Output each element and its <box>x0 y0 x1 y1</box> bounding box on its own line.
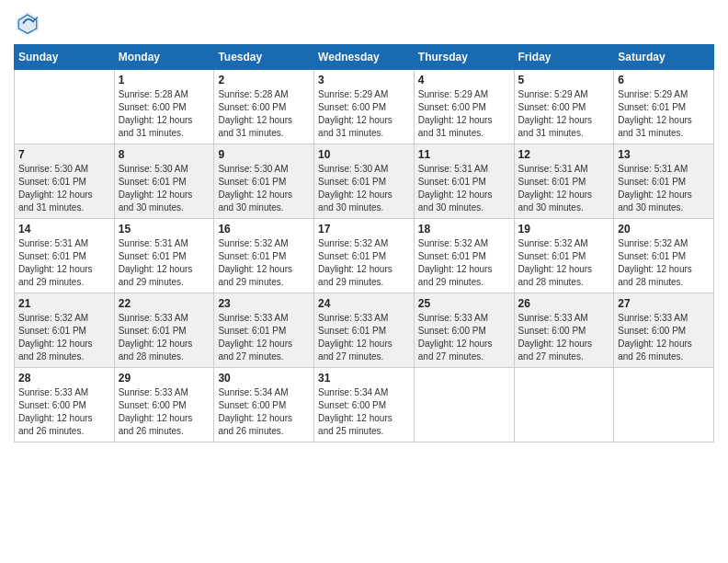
calendar-cell: 8Sunrise: 5:30 AM Sunset: 6:01 PM Daylig… <box>114 144 214 219</box>
calendar-cell: 18Sunrise: 5:32 AM Sunset: 6:01 PM Dayli… <box>414 219 514 293</box>
day-number: 7 <box>18 148 110 161</box>
calendar-cell: 27Sunrise: 5:33 AM Sunset: 6:00 PM Dayli… <box>614 293 714 368</box>
day-info: Sunrise: 5:33 AM Sunset: 6:00 PM Dayligh… <box>119 386 210 438</box>
calendar-cell: 11Sunrise: 5:31 AM Sunset: 6:01 PM Dayli… <box>414 144 514 219</box>
day-number: 4 <box>418 74 510 86</box>
day-number: 21 <box>18 297 110 310</box>
calendar-cell: 28Sunrise: 5:33 AM Sunset: 6:00 PM Dayli… <box>15 368 115 442</box>
day-number: 29 <box>119 372 210 385</box>
day-info: Sunrise: 5:29 AM Sunset: 6:01 PM Dayligh… <box>618 88 710 140</box>
day-number: 30 <box>218 372 310 385</box>
day-number: 8 <box>119 148 210 161</box>
day-number: 13 <box>618 148 710 161</box>
day-number: 27 <box>618 297 710 310</box>
day-info: Sunrise: 5:29 AM Sunset: 6:00 PM Dayligh… <box>418 88 510 140</box>
day-number: 28 <box>18 372 110 385</box>
day-info: Sunrise: 5:29 AM Sunset: 6:00 PM Dayligh… <box>318 88 410 140</box>
weekday-header-friday: Friday <box>514 45 614 70</box>
day-number: 25 <box>418 297 510 310</box>
calendar-cell: 16Sunrise: 5:32 AM Sunset: 6:01 PM Dayli… <box>214 219 314 293</box>
day-info: Sunrise: 5:31 AM Sunset: 6:01 PM Dayligh… <box>618 163 710 214</box>
calendar-table: SundayMondayTuesdayWednesdayThursdayFrid… <box>14 44 714 442</box>
calendar-cell: 23Sunrise: 5:33 AM Sunset: 6:01 PM Dayli… <box>214 293 314 368</box>
day-number: 15 <box>119 223 210 236</box>
day-info: Sunrise: 5:34 AM Sunset: 6:00 PM Dayligh… <box>218 386 310 438</box>
day-info: Sunrise: 5:32 AM Sunset: 6:01 PM Dayligh… <box>218 237 310 289</box>
day-info: Sunrise: 5:33 AM Sunset: 6:00 PM Dayligh… <box>418 312 510 363</box>
calendar-cell: 7Sunrise: 5:30 AM Sunset: 6:01 PM Daylig… <box>15 144 115 219</box>
calendar-cell <box>614 368 714 442</box>
day-info: Sunrise: 5:33 AM Sunset: 6:01 PM Dayligh… <box>318 312 410 363</box>
calendar-cell: 2Sunrise: 5:28 AM Sunset: 6:00 PM Daylig… <box>214 70 314 144</box>
calendar-cell: 22Sunrise: 5:33 AM Sunset: 6:01 PM Dayli… <box>114 293 214 368</box>
day-number: 18 <box>418 223 510 236</box>
day-info: Sunrise: 5:33 AM Sunset: 6:01 PM Dayligh… <box>119 312 210 363</box>
day-number: 5 <box>518 74 610 86</box>
day-info: Sunrise: 5:33 AM Sunset: 6:00 PM Dayligh… <box>18 386 110 438</box>
calendar-cell: 17Sunrise: 5:32 AM Sunset: 6:01 PM Dayli… <box>314 219 415 293</box>
day-info: Sunrise: 5:30 AM Sunset: 6:01 PM Dayligh… <box>119 163 210 214</box>
day-info: Sunrise: 5:29 AM Sunset: 6:00 PM Dayligh… <box>518 88 610 140</box>
calendar-week-2: 7Sunrise: 5:30 AM Sunset: 6:01 PM Daylig… <box>15 144 714 219</box>
day-number: 20 <box>618 223 710 236</box>
day-number: 9 <box>218 148 310 161</box>
day-info: Sunrise: 5:30 AM Sunset: 6:01 PM Dayligh… <box>218 163 310 214</box>
day-info: Sunrise: 5:32 AM Sunset: 6:01 PM Dayligh… <box>418 237 510 289</box>
calendar-cell: 30Sunrise: 5:34 AM Sunset: 6:00 PM Dayli… <box>214 368 314 442</box>
day-number: 1 <box>119 74 210 86</box>
day-info: Sunrise: 5:32 AM Sunset: 6:01 PM Dayligh… <box>618 237 710 289</box>
day-number: 17 <box>318 223 410 236</box>
day-info: Sunrise: 5:30 AM Sunset: 6:01 PM Dayligh… <box>318 163 410 214</box>
calendar-cell: 19Sunrise: 5:32 AM Sunset: 6:01 PM Dayli… <box>514 219 614 293</box>
calendar-cell <box>514 368 614 442</box>
weekday-header-monday: Monday <box>114 45 214 70</box>
calendar-cell: 1Sunrise: 5:28 AM Sunset: 6:00 PM Daylig… <box>114 70 214 144</box>
day-number: 11 <box>418 148 510 161</box>
weekday-header-tuesday: Tuesday <box>214 45 314 70</box>
calendar-cell: 31Sunrise: 5:34 AM Sunset: 6:00 PM Dayli… <box>314 368 415 442</box>
day-info: Sunrise: 5:31 AM Sunset: 6:01 PM Dayligh… <box>119 237 210 289</box>
day-number: 26 <box>518 297 610 310</box>
calendar-cell <box>15 70 115 144</box>
day-number: 31 <box>318 372 410 385</box>
calendar-cell: 13Sunrise: 5:31 AM Sunset: 6:01 PM Dayli… <box>614 144 714 219</box>
day-info: Sunrise: 5:31 AM Sunset: 6:01 PM Dayligh… <box>18 237 110 289</box>
calendar-cell <box>414 368 514 442</box>
calendar-cell: 25Sunrise: 5:33 AM Sunset: 6:00 PM Dayli… <box>414 293 514 368</box>
calendar-week-1: 1Sunrise: 5:28 AM Sunset: 6:00 PM Daylig… <box>15 70 714 144</box>
calendar-cell: 5Sunrise: 5:29 AM Sunset: 6:00 PM Daylig… <box>514 70 614 144</box>
calendar-cell: 14Sunrise: 5:31 AM Sunset: 6:01 PM Dayli… <box>15 219 115 293</box>
calendar-cell: 10Sunrise: 5:30 AM Sunset: 6:01 PM Dayli… <box>314 144 415 219</box>
day-number: 23 <box>218 297 310 310</box>
day-info: Sunrise: 5:30 AM Sunset: 6:01 PM Dayligh… <box>18 163 110 214</box>
day-number: 14 <box>18 223 110 236</box>
svg-marker-0 <box>17 12 39 36</box>
day-info: Sunrise: 5:28 AM Sunset: 6:00 PM Dayligh… <box>119 88 210 140</box>
logo-icon <box>14 9 41 37</box>
calendar-week-3: 14Sunrise: 5:31 AM Sunset: 6:01 PM Dayli… <box>15 219 714 293</box>
logo <box>14 9 45 37</box>
day-number: 2 <box>218 74 310 86</box>
calendar-cell: 12Sunrise: 5:31 AM Sunset: 6:01 PM Dayli… <box>514 144 614 219</box>
calendar-cell: 4Sunrise: 5:29 AM Sunset: 6:00 PM Daylig… <box>414 70 514 144</box>
calendar-cell: 15Sunrise: 5:31 AM Sunset: 6:01 PM Dayli… <box>114 219 214 293</box>
calendar-week-4: 21Sunrise: 5:32 AM Sunset: 6:01 PM Dayli… <box>15 293 714 368</box>
day-info: Sunrise: 5:34 AM Sunset: 6:00 PM Dayligh… <box>318 386 410 438</box>
calendar-cell: 26Sunrise: 5:33 AM Sunset: 6:00 PM Dayli… <box>514 293 614 368</box>
calendar-cell: 9Sunrise: 5:30 AM Sunset: 6:01 PM Daylig… <box>214 144 314 219</box>
weekday-header-wednesday: Wednesday <box>314 45 415 70</box>
day-info: Sunrise: 5:33 AM Sunset: 6:00 PM Dayligh… <box>618 312 710 363</box>
calendar-cell: 29Sunrise: 5:33 AM Sunset: 6:00 PM Dayli… <box>114 368 214 442</box>
day-number: 22 <box>119 297 210 310</box>
calendar-cell: 20Sunrise: 5:32 AM Sunset: 6:01 PM Dayli… <box>614 219 714 293</box>
day-info: Sunrise: 5:28 AM Sunset: 6:00 PM Dayligh… <box>218 88 310 140</box>
calendar-cell: 24Sunrise: 5:33 AM Sunset: 6:01 PM Dayli… <box>314 293 415 368</box>
day-number: 16 <box>218 223 310 236</box>
day-info: Sunrise: 5:32 AM Sunset: 6:01 PM Dayligh… <box>18 312 110 363</box>
day-number: 19 <box>518 223 610 236</box>
calendar-header: SundayMondayTuesdayWednesdayThursdayFrid… <box>15 45 714 70</box>
day-info: Sunrise: 5:31 AM Sunset: 6:01 PM Dayligh… <box>518 163 610 214</box>
page-header <box>14 9 714 37</box>
day-number: 24 <box>318 297 410 310</box>
day-number: 12 <box>518 148 610 161</box>
